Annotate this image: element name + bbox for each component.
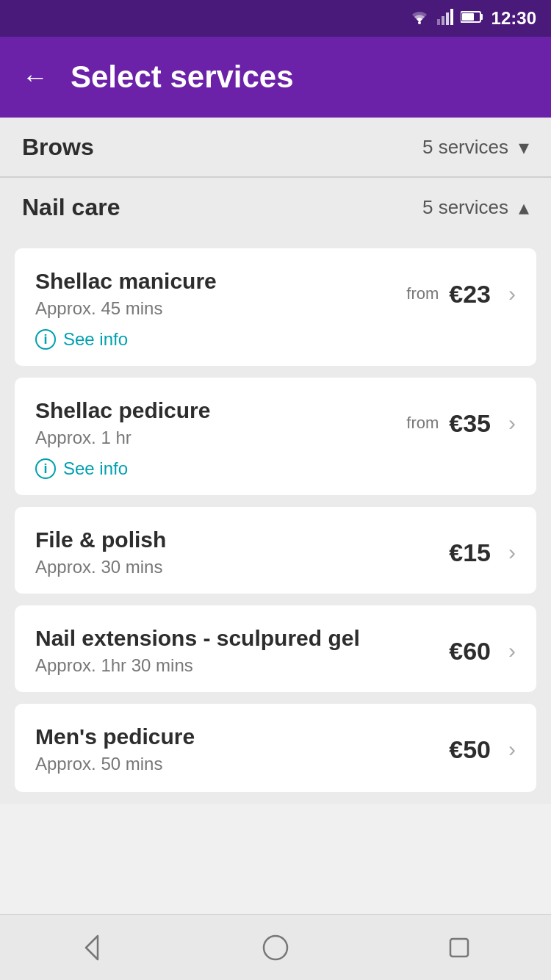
nav-back-button[interactable] — [70, 926, 114, 970]
service-price-area: €15 › — [449, 538, 516, 567]
service-info: Shellac pedicure Approx. 1 hr — [35, 398, 406, 448]
status-icons: 12:30 — [409, 8, 536, 29]
service-duration: Approx. 1hr 30 mins — [35, 655, 449, 676]
service-info: Nail extensions - sculpured gel Approx. … — [35, 626, 449, 676]
service-price: €15 — [449, 538, 491, 567]
service-arrow-icon: › — [508, 281, 516, 306]
page-title: Select services — [71, 60, 294, 95]
service-from: from — [406, 414, 439, 433]
svg-marker-8 — [86, 936, 98, 959]
app-header: ← Select services — [0, 37, 551, 118]
service-card-mens-pedicure[interactable]: Men's pedicure Approx. 50 mins €50 › — [15, 704, 536, 792]
brows-section-meta: 5 services ▾ — [422, 135, 529, 159]
service-duration: Approx. 45 mins — [35, 298, 406, 319]
service-price: €35 — [449, 409, 491, 438]
svg-rect-2 — [442, 16, 444, 25]
service-card-nail-extensions[interactable]: Nail extensions - sculpured gel Approx. … — [15, 605, 536, 692]
see-info-shellac-pedicure[interactable]: i See info — [35, 458, 516, 479]
service-arrow-icon: › — [508, 638, 516, 663]
service-name: Nail extensions - sculpured gel — [35, 626, 449, 651]
see-info-text: See info — [63, 329, 128, 350]
service-card-file-polish[interactable]: File & polish Approx. 30 mins €15 › — [15, 507, 536, 594]
back-button[interactable]: ← — [22, 64, 48, 90]
bottom-nav — [0, 914, 551, 980]
status-time: 12:30 — [491, 8, 536, 29]
service-duration: Approx. 50 mins — [35, 754, 449, 774]
back-nav-icon — [77, 933, 107, 962]
main-content: Brows 5 services ▾ Nail care 5 services … — [0, 118, 551, 870]
svg-rect-6 — [480, 14, 483, 20]
service-info: Men's pedicure Approx. 50 mins — [35, 724, 449, 774]
svg-rect-1 — [437, 19, 440, 25]
service-name: Shellac pedicure — [35, 398, 406, 423]
service-card-inner: Shellac manicure Approx. 45 mins from €2… — [35, 269, 516, 319]
service-card-shellac-pedicure[interactable]: Shellac pedicure Approx. 1 hr from €35 ›… — [15, 378, 536, 495]
service-info: Shellac manicure Approx. 45 mins — [35, 269, 406, 319]
service-card-inner: File & polish Approx. 30 mins €15 › — [35, 527, 516, 577]
service-card-inner: Nail extensions - sculpured gel Approx. … — [35, 626, 516, 676]
service-name: File & polish — [35, 527, 449, 552]
service-name: Men's pedicure — [35, 724, 449, 749]
service-info: File & polish Approx. 30 mins — [35, 527, 449, 577]
see-info-text: See info — [63, 458, 128, 479]
nail-care-section-title: Nail care — [22, 194, 120, 221]
service-card-inner: Shellac pedicure Approx. 1 hr from €35 › — [35, 398, 516, 448]
brows-count: 5 services — [422, 136, 508, 159]
nail-care-section-meta: 5 services ▴ — [422, 195, 529, 220]
service-duration: Approx. 1 hr — [35, 428, 406, 448]
service-price-area: from €35 › — [406, 409, 516, 438]
service-price-area: from €23 › — [406, 280, 516, 309]
wifi-icon — [409, 9, 430, 29]
service-price-area: €60 › — [449, 637, 516, 666]
service-from: from — [406, 284, 439, 303]
service-arrow-icon: › — [508, 737, 516, 762]
service-price-area: €50 › — [449, 735, 516, 764]
service-arrow-icon: › — [508, 411, 516, 436]
brows-section-title: Brows — [22, 134, 94, 161]
status-bar: 12:30 — [0, 0, 551, 37]
brows-section-header[interactable]: Brows 5 services ▾ — [0, 118, 551, 176]
home-nav-icon — [261, 933, 290, 962]
info-icon: i — [35, 458, 56, 479]
service-price: €50 — [449, 735, 491, 764]
signal-icon — [437, 9, 453, 29]
svg-point-9 — [264, 936, 287, 959]
see-info-shellac-manicure[interactable]: i See info — [35, 329, 516, 350]
nail-care-chevron: ▴ — [519, 195, 529, 220]
nail-care-section-header[interactable]: Nail care 5 services ▴ — [0, 178, 551, 237]
service-name: Shellac manicure — [35, 269, 406, 294]
service-duration: Approx. 30 mins — [35, 557, 449, 577]
svg-rect-7 — [462, 13, 474, 21]
nail-care-count: 5 services — [422, 196, 508, 219]
nav-home-button[interactable] — [253, 926, 298, 970]
service-price: €23 — [449, 280, 491, 309]
svg-rect-3 — [446, 12, 449, 25]
svg-rect-10 — [450, 939, 468, 956]
info-icon: i — [35, 329, 56, 350]
brows-chevron: ▾ — [519, 135, 529, 159]
service-card-inner: Men's pedicure Approx. 50 mins €50 › — [35, 724, 516, 774]
svg-point-0 — [418, 21, 421, 24]
service-card-shellac-manicure[interactable]: Shellac manicure Approx. 45 mins from €2… — [15, 248, 536, 366]
recent-nav-icon — [444, 933, 474, 962]
service-arrow-icon: › — [508, 540, 516, 565]
nav-recent-button[interactable] — [437, 926, 481, 970]
service-price: €60 — [449, 637, 491, 666]
services-area: Shellac manicure Approx. 45 mins from €2… — [0, 237, 551, 804]
battery-icon — [461, 10, 484, 27]
svg-rect-4 — [450, 9, 453, 25]
